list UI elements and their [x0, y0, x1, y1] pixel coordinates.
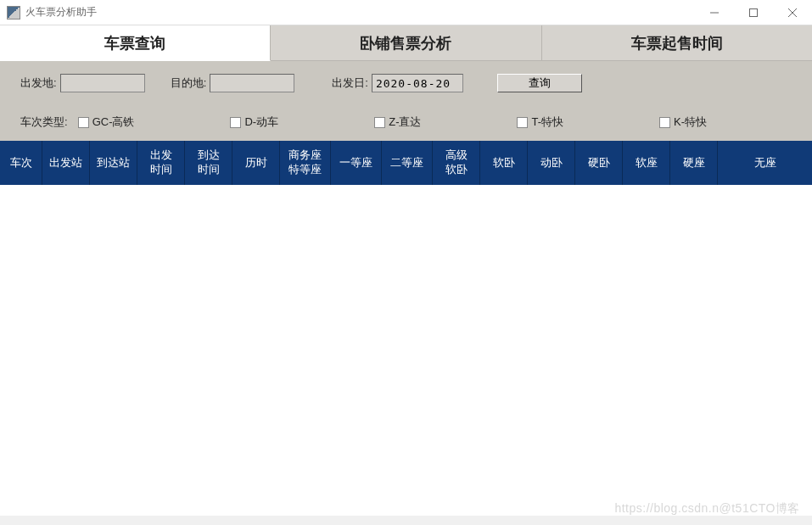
- col-train-no: 车次: [0, 141, 42, 185]
- col-business-seat: 商务座 特等座: [280, 141, 331, 185]
- maximize-button[interactable]: [734, 0, 773, 25]
- app-icon: [7, 6, 20, 20]
- checkbox-icon: [517, 117, 528, 128]
- checkbox-gc[interactable]: GC-高铁: [78, 114, 135, 130]
- minimize-icon: [710, 8, 719, 17]
- col-departure-station: 出发站: [42, 141, 90, 185]
- close-icon: [788, 8, 797, 17]
- close-button[interactable]: [773, 0, 812, 25]
- col-arrival-station: 到达站: [90, 141, 137, 185]
- checkbox-icon: [230, 117, 241, 128]
- col-premium-soft-sleeper: 高级 软卧: [433, 141, 480, 185]
- col-no-seat: 无座: [718, 141, 812, 185]
- col-departure-time: 出发 时间: [137, 141, 185, 185]
- checkbox-t[interactable]: T-特快: [517, 114, 563, 130]
- search-row-fields: 出发地: 目的地: 出发日: 查询: [20, 70, 792, 97]
- checkbox-k[interactable]: K-特快: [659, 114, 707, 130]
- col-first-class: 一等座: [331, 141, 382, 185]
- departure-input[interactable]: [60, 74, 145, 92]
- col-arrival-time: 到达 时间: [185, 141, 232, 185]
- tab-sleeper-analysis[interactable]: 卧铺售票分析: [271, 25, 541, 61]
- col-second-class: 二等座: [382, 141, 433, 185]
- date-label: 出发日:: [332, 75, 368, 91]
- search-panel: 出发地: 目的地: 出发日: 查询 车次类型: GC-高铁 D-动车: [0, 61, 812, 141]
- search-button[interactable]: 查询: [497, 74, 582, 92]
- window-controls: [695, 0, 812, 25]
- checkbox-icon: [659, 117, 670, 128]
- col-duration: 历时: [232, 141, 280, 185]
- checkbox-label: T-特快: [531, 114, 563, 130]
- checkbox-label: Z-直达: [389, 114, 421, 130]
- train-type-label: 车次类型:: [20, 114, 68, 130]
- svg-rect-1: [750, 9, 758, 17]
- tab-bar: 车票查询 卧铺售票分析 车票起售时间: [0, 25, 812, 61]
- titlebar: 火车票分析助手: [0, 0, 812, 25]
- checkbox-icon: [78, 117, 89, 128]
- col-hard-seat: 硬座: [670, 141, 718, 185]
- checkbox-label: D-动车: [244, 114, 278, 130]
- col-hard-sleeper: 硬卧: [575, 141, 623, 185]
- tab-sale-time[interactable]: 车票起售时间: [542, 25, 812, 61]
- table-header: 车次 出发站 到达站 出发 时间 到达 时间 历时 商务座 特等座 一等座 二等…: [0, 141, 812, 185]
- departure-group: 出发地:: [20, 74, 145, 92]
- departure-label: 出发地:: [20, 75, 57, 91]
- date-group: 出发日:: [332, 74, 463, 92]
- col-emu-sleeper: 动卧: [528, 141, 575, 185]
- destination-group: 目的地:: [171, 74, 295, 92]
- tab-label: 卧铺售票分析: [360, 33, 451, 53]
- minimize-button[interactable]: [695, 0, 734, 25]
- tab-label: 车票起售时间: [631, 33, 723, 53]
- checkbox-icon: [374, 117, 385, 128]
- date-input[interactable]: [372, 74, 463, 92]
- tab-ticket-query[interactable]: 车票查询: [0, 25, 271, 61]
- window-title: 火车票分析助手: [25, 5, 97, 20]
- col-soft-sleeper: 软卧: [480, 141, 528, 185]
- destination-input[interactable]: [210, 74, 294, 92]
- destination-label: 目的地:: [171, 75, 207, 91]
- table-body: [0, 185, 812, 516]
- col-soft-seat: 软座: [623, 141, 670, 185]
- checkbox-label: GC-高铁: [92, 114, 135, 130]
- tab-label: 车票查询: [104, 33, 165, 53]
- checkbox-d[interactable]: D-动车: [230, 114, 278, 130]
- train-type-row: 车次类型: GC-高铁 D-动车 Z-直达 T-特快 K-特快: [20, 109, 792, 136]
- checkbox-label: K-特快: [674, 114, 707, 130]
- checkbox-z[interactable]: Z-直达: [374, 114, 421, 130]
- watermark: https://blog.csdn.n@t51CTO博客: [614, 501, 800, 517]
- maximize-icon: [749, 8, 758, 17]
